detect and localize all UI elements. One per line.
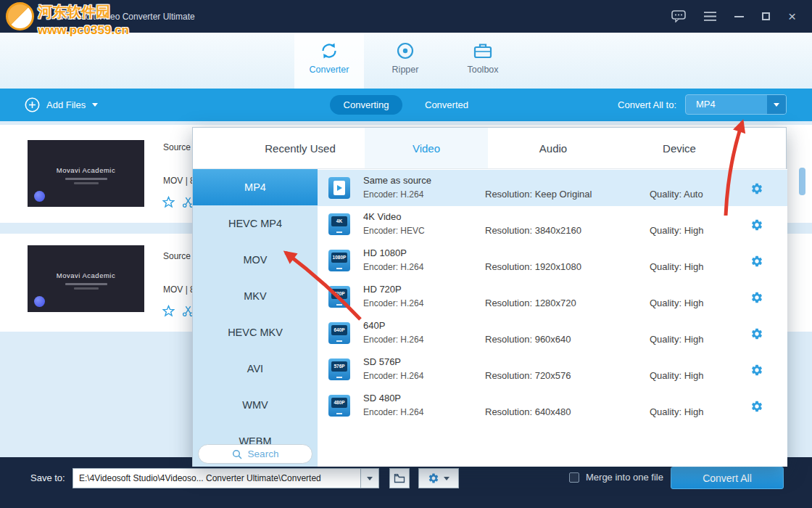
format-quality: Quality: High bbox=[650, 334, 703, 345]
save-path-input[interactable] bbox=[72, 468, 361, 488]
merge-label: Merge into one file bbox=[586, 472, 663, 483]
chevron-down-icon bbox=[444, 477, 450, 480]
format-resolution: Resolution: 960x640 bbox=[485, 334, 571, 345]
star-icon[interactable] bbox=[162, 196, 175, 208]
chevron-down-icon bbox=[367, 477, 373, 480]
format-encoder: Encoder: H.264 bbox=[363, 262, 423, 272]
output-format-dropdown[interactable]: MP4 bbox=[685, 94, 787, 115]
settings-gear-icon[interactable] bbox=[750, 255, 763, 268]
panel-tab-recently-used[interactable]: Recently Used bbox=[265, 128, 336, 169]
panel-tab-device[interactable]: Device bbox=[663, 128, 696, 169]
format-resolution: Resolution: 1920x1080 bbox=[485, 261, 581, 272]
window-title: 4Videosoft Video Converter Ultimate bbox=[54, 12, 195, 22]
tab-converter-label: Converter bbox=[310, 65, 349, 75]
close-button[interactable]: × bbox=[788, 9, 796, 23]
merge-checkbox[interactable] bbox=[569, 472, 579, 483]
tab-toolbox[interactable]: Toolbox bbox=[448, 33, 518, 89]
tab-ripper[interactable]: Ripper bbox=[370, 33, 440, 89]
tab-ripper-label: Ripper bbox=[392, 65, 419, 75]
sidebar-item-avi[interactable]: AVI bbox=[193, 351, 318, 387]
chevron-down-icon bbox=[92, 103, 98, 107]
tab-converted[interactable]: Converted bbox=[418, 95, 476, 115]
sidebar-item-wmv[interactable]: WMV bbox=[193, 387, 318, 423]
format-title: 640P bbox=[363, 320, 385, 331]
gear-icon bbox=[428, 472, 439, 484]
add-files-button[interactable]: Add Files bbox=[25, 95, 98, 115]
menu-icon[interactable] bbox=[704, 12, 716, 21]
chevron-down-icon bbox=[774, 103, 779, 107]
open-folder-button[interactable] bbox=[389, 468, 410, 488]
output-settings-button[interactable] bbox=[418, 468, 459, 488]
format-picker-panel: Recently Used Video Audio Device MP4 HEV… bbox=[192, 127, 787, 467]
convert-all-button[interactable]: Convert All bbox=[671, 467, 784, 489]
sidebar-item-mp4[interactable]: MP4 bbox=[193, 169, 318, 205]
settings-gear-icon[interactable] bbox=[750, 400, 763, 413]
format-option-576p[interactable]: 576P SD 576P Encoder: H.264 Resolution: … bbox=[318, 351, 787, 388]
sidebar-item-hevc-mp4[interactable]: HEVC MP4 bbox=[193, 205, 318, 242]
format-option-640p[interactable]: 640P 640P Encoder: H.264 Resolution: 960… bbox=[318, 315, 787, 351]
source-label: Source bbox=[163, 251, 191, 261]
resolution-badge-icon: 480P bbox=[328, 395, 350, 417]
toolbox-icon bbox=[473, 41, 493, 61]
converter-icon bbox=[319, 41, 339, 61]
feedback-icon[interactable] bbox=[671, 10, 686, 22]
folder-icon bbox=[394, 473, 405, 483]
minimize-button[interactable] bbox=[734, 16, 744, 17]
format-quality: Quality: High bbox=[650, 370, 703, 381]
tab-converting[interactable]: Converting bbox=[330, 95, 402, 115]
converted-label: Converted bbox=[425, 99, 468, 110]
format-option-same-as-source[interactable]: Same as source Encoder: H.264 Resolution… bbox=[318, 170, 787, 206]
thumbnail-logo-dot bbox=[34, 191, 45, 202]
settings-gear-icon[interactable] bbox=[750, 364, 763, 377]
resolution-badge-icon: 4K bbox=[328, 213, 350, 235]
maximize-button[interactable] bbox=[762, 12, 770, 20]
scrollbar-thumb[interactable] bbox=[799, 168, 805, 195]
format-encoder: Encoder: HEVC bbox=[363, 226, 425, 236]
format-option-480p[interactable]: 480P SD 480P Encoder: H.264 Resolution: … bbox=[318, 388, 787, 424]
format-title: HD 720P bbox=[363, 284, 402, 295]
star-icon[interactable] bbox=[162, 305, 175, 317]
dropdown-caret-zone[interactable] bbox=[767, 95, 786, 114]
convert-all-to-label: Convert All to: bbox=[618, 99, 676, 110]
format-title: Same as source bbox=[363, 175, 431, 186]
sidebar-item-hevc-mkv[interactable]: HEVC MKV bbox=[193, 314, 318, 351]
resolution-badge-icon: 1080P bbox=[328, 250, 350, 271]
format-option-720p[interactable]: 720P HD 720P Encoder: H.264 Resolution: … bbox=[318, 279, 787, 315]
sidebar-item-mkv[interactable]: MKV bbox=[193, 278, 318, 314]
format-option-1080p[interactable]: 1080P HD 1080P Encoder: H.264 Resolution… bbox=[318, 242, 787, 279]
format-panel-tabs: Recently Used Video Audio Device bbox=[193, 128, 786, 169]
converting-label: Converting bbox=[344, 99, 389, 110]
settings-gear-icon[interactable] bbox=[750, 182, 763, 195]
panel-tab-video[interactable]: Video bbox=[413, 128, 440, 169]
tab-converter[interactable]: Converter bbox=[294, 33, 364, 89]
format-resolution: Resolution: 640x480 bbox=[485, 406, 571, 417]
format-title: SD 480P bbox=[363, 393, 401, 403]
panel-tab-audio[interactable]: Audio bbox=[539, 128, 567, 169]
file-format-info: MOV | 8 bbox=[163, 176, 195, 186]
add-files-label: Add Files bbox=[46, 99, 86, 110]
format-option-list: Same as source Encoder: H.264 Resolution… bbox=[318, 169, 787, 467]
format-quality: Quality: High bbox=[650, 261, 703, 272]
video-thumbnail[interactable]: Movavi Academic bbox=[28, 245, 144, 312]
video-thumbnail[interactable]: Movavi Academic bbox=[28, 140, 144, 207]
sidebar-item-mov[interactable]: MOV bbox=[193, 242, 318, 278]
top-navigation: Converter Ripper Toolbox bbox=[0, 33, 812, 89]
source-label: Source bbox=[163, 142, 191, 152]
format-source-icon bbox=[328, 177, 350, 199]
format-option-4k[interactable]: 4K 4K Video Encoder: HEVC Resolution: 38… bbox=[318, 206, 787, 242]
format-encoder: Encoder: H.264 bbox=[363, 298, 423, 308]
resolution-badge-icon: 576P bbox=[328, 359, 350, 380]
tab-toolbox-label: Toolbox bbox=[467, 65, 498, 75]
format-resolution: Resolution: 720x576 bbox=[485, 370, 571, 381]
settings-gear-icon[interactable] bbox=[750, 327, 763, 340]
search-box[interactable]: Search bbox=[198, 444, 312, 464]
format-resolution: Resolution: 1280x720 bbox=[485, 298, 576, 308]
settings-gear-icon[interactable] bbox=[750, 291, 763, 304]
save-path-dropdown-button[interactable] bbox=[360, 468, 379, 488]
settings-gear-icon[interactable] bbox=[750, 218, 763, 232]
search-placeholder: Search bbox=[248, 448, 279, 459]
format-quality: Quality: High bbox=[650, 406, 703, 417]
app-window: 4Videosoft Video Converter Ultimate × 河东… bbox=[0, 0, 812, 508]
thumbnail-subtext bbox=[65, 283, 107, 285]
thumbnail-title: Movavi Academic bbox=[28, 271, 144, 279]
